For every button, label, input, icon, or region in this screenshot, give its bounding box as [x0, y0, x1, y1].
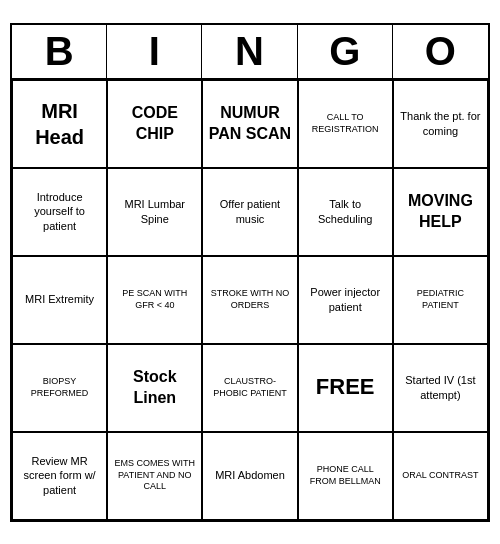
bingo-card: BINGO MRI HeadCODE CHIPNUMUR PAN SCANCAL…	[10, 23, 490, 522]
bingo-cell: EMS COMES WITH PATIENT AND NO CALL	[107, 432, 202, 520]
bingo-cell: PHONE CALL FROM BELLMAN	[298, 432, 393, 520]
bingo-cell: NUMUR PAN SCAN	[202, 80, 297, 168]
bingo-header: BINGO	[12, 25, 488, 80]
bingo-cell: Started IV (1st attempt)	[393, 344, 488, 432]
bingo-cell: Thank the pt. for coming	[393, 80, 488, 168]
bingo-cell: FREE	[298, 344, 393, 432]
bingo-cell: MRI Head	[12, 80, 107, 168]
bingo-cell: BIOPSY PREFORMED	[12, 344, 107, 432]
bingo-cell: Offer patient music	[202, 168, 297, 256]
bingo-cell: PEDIATRIC PATIENT	[393, 256, 488, 344]
bingo-cell: MOVING HELP	[393, 168, 488, 256]
header-letter: I	[107, 25, 202, 78]
bingo-cell: CLAUSTRO-PHOBIC PATIENT	[202, 344, 297, 432]
bingo-grid: MRI HeadCODE CHIPNUMUR PAN SCANCALL TO R…	[12, 80, 488, 520]
bingo-cell: Stock Linen	[107, 344, 202, 432]
bingo-cell: Review MR screen form w/ patient	[12, 432, 107, 520]
bingo-cell: MRI Abdomen	[202, 432, 297, 520]
bingo-cell: STROKE WITH NO ORDERS	[202, 256, 297, 344]
bingo-cell: Power injector patient	[298, 256, 393, 344]
bingo-cell: MRI Extremity	[12, 256, 107, 344]
header-letter: G	[298, 25, 393, 78]
header-letter: N	[202, 25, 297, 78]
bingo-cell: ORAL CONTRAST	[393, 432, 488, 520]
header-letter: B	[12, 25, 107, 78]
bingo-cell: CODE CHIP	[107, 80, 202, 168]
bingo-cell: Introduce yourself to patient	[12, 168, 107, 256]
bingo-cell: CALL TO REGISTRATION	[298, 80, 393, 168]
bingo-cell: PE SCAN WITH GFR < 40	[107, 256, 202, 344]
header-letter: O	[393, 25, 488, 78]
bingo-cell: MRI Lumbar Spine	[107, 168, 202, 256]
bingo-cell: Talk to Scheduling	[298, 168, 393, 256]
